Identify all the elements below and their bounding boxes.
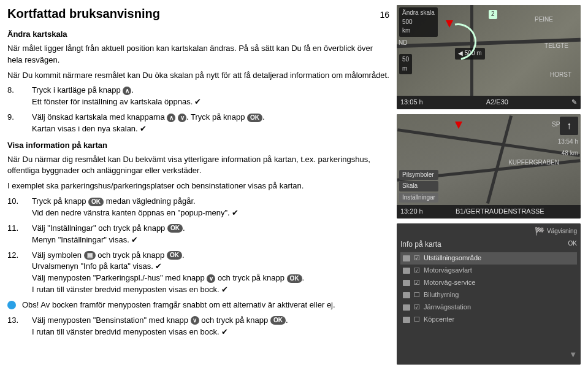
map-screenshot-1: Ändra skala 500 km 50 m ND ◀ 500 m PEINE… [397, 5, 581, 109]
nav-icon: 🏁 [535, 226, 544, 238]
step-confirm: Urvalsmenyn "Info på karta" visas. [32, 261, 162, 271]
intro-paragraph-2: När Du kommit närmare resmålet kan Du ök… [7, 70, 389, 82]
step-number: 11. [7, 223, 25, 246]
poi-icon [403, 280, 410, 286]
symbol-key-icon: ▤ [84, 251, 96, 260]
step-text: . Tryck på knapp [186, 112, 247, 122]
turn-arrow-icon: ↑ [560, 117, 578, 135]
map-screenshot-3: 🏁 Vägvisning Info på karta OK ☑Utställni… [397, 223, 581, 365]
menu-item-label: Utställningsområde [424, 253, 481, 263]
section2-paragraph-2: I exemplet ska parkeringshus/parkeringsp… [7, 180, 389, 192]
popup-item-selected[interactable]: Inställningar [399, 193, 438, 203]
step-text: och tryck på knapp [215, 273, 286, 282]
menu-item[interactable]: ☐Biluthyrning [400, 289, 577, 301]
step-text: och tryck på knapp [96, 250, 167, 260]
page-number: 16 [380, 9, 389, 21]
destination-pin-icon [446, 20, 453, 28]
step-8: 8. Tryck i kartläge på knapp ∧. Ett föns… [7, 85, 389, 108]
step-number: 12. [7, 250, 25, 296]
route-badge: 2 [489, 10, 497, 19]
step-confirm: Ett fönster för inställning av kartskala… [32, 97, 201, 106]
down-key-icon: ∨ [207, 274, 215, 283]
note-row: Obs! Av bocken framför menyposten framgå… [7, 300, 389, 311]
menu-item[interactable]: ☑Motorvägsavfart [400, 265, 577, 277]
step-number: 8. [7, 85, 25, 108]
step-text: . [262, 112, 265, 122]
step-text: . [302, 273, 305, 282]
area-label: KUPFERGRABEN [505, 157, 562, 169]
step-12: 12. Välj symbolen ▤ och tryck på knapp O… [7, 250, 389, 296]
step-text: Välj önskad kartskala med knapparna [32, 112, 167, 122]
step-confirm: Kartan visas i den nya skalan. [32, 124, 147, 133]
side-compass: ND [399, 39, 407, 48]
menu-item-label: Köpcenter [424, 315, 454, 325]
destination-pin-icon [455, 122, 462, 129]
step-text: och tryck på knapp [199, 315, 270, 325]
step-text: Tryck på knapp [32, 196, 88, 206]
ok-key-icon: OK [287, 274, 302, 283]
menu-title: Info på karta [400, 239, 441, 250]
step-text: Välj menyposten "Bensinstation" med knap… [32, 315, 191, 325]
popup-item[interactable]: Pilsymboler [399, 170, 438, 180]
scale-title: Ändra skala [402, 9, 435, 18]
step-text: Tryck i kartläge på knapp [32, 85, 123, 95]
panel-header: Vägvisning [547, 227, 577, 236]
step-9: 9. Välj önskad kartskala med knapparna ∧… [7, 112, 389, 135]
step-text: Välj symbolen [32, 250, 84, 260]
intro-paragraph-1: När målet ligger långt från aktuell posi… [7, 43, 389, 66]
ok-label: OK [568, 239, 577, 250]
step-text: Välj "Inställningar" och tryck på knapp [32, 223, 167, 233]
step-number: 10. [7, 196, 25, 219]
menu-item[interactable]: ☑Utställningsområde [400, 252, 577, 265]
page-title: Kortfattad bruksanvisning [7, 5, 160, 23]
poi-icon [403, 317, 410, 323]
up-key-icon: ∧ [123, 87, 131, 95]
step-text: Välj menyposten "Parkeringspl./-hus" med… [32, 273, 207, 282]
step-text: . [286, 315, 288, 325]
status-route: B1/GERTRAUDENSTRASSE [456, 207, 544, 217]
scale-unit: km [402, 27, 410, 34]
ok-key-icon: OK [247, 114, 262, 122]
note-text: Obs! Av bocken framför menyposten framgå… [22, 300, 335, 311]
up-key-icon: ∧ [167, 114, 175, 122]
poi-icon [403, 292, 410, 298]
city-label: TELGTE [541, 41, 571, 52]
step-number: 13. [7, 315, 25, 338]
step-confirm: Vid den nedre vänstra kanten öppnas en "… [32, 208, 239, 217]
down-key-icon: ∨ [178, 114, 186, 122]
status-time: 13:05 h [400, 98, 423, 107]
menu-item-label: Motorväg-service [424, 278, 475, 288]
step-13: 13. Välj menyposten "Bensinstation" med … [7, 315, 389, 338]
popup-item[interactable]: Skala [399, 181, 438, 192]
menu-item-label: Motorvägsavfart [424, 266, 472, 276]
poi-icon [403, 268, 410, 274]
ok-key-icon: OK [88, 198, 104, 206]
city-label: PEINE [532, 14, 556, 26]
ok-key-icon: OK [270, 316, 286, 325]
status-time: 13:20 h [400, 207, 423, 217]
eta-time: 13:54 h [558, 137, 578, 147]
city-label: HORST [547, 69, 575, 81]
step-text: . [183, 223, 185, 233]
eta-distance: 48 km [562, 149, 578, 158]
menu-item[interactable]: ☐Köpcenter [400, 314, 577, 326]
step-confirm: I rutan till vänster bredvid menyposten … [32, 285, 228, 294]
scale-value-2: 50 [402, 56, 409, 63]
step-number: 9. [7, 112, 25, 135]
scale-value: 500 [402, 18, 413, 25]
scroll-down-icon[interactable]: ▼ [569, 349, 577, 361]
section2-paragraph-1: När Du närmar dig resmålet kan Du bekväm… [7, 154, 389, 177]
menu-item-label: Biluthyrning [424, 290, 459, 300]
write-icon: ✎ [571, 98, 577, 107]
step-confirm: Menyn "Inställningar" visas. [32, 235, 138, 244]
ok-key-icon: OK [167, 224, 183, 233]
step-text: . [131, 85, 134, 95]
step-text: medan vägledning pågår. [104, 196, 196, 206]
map-screenshot-2: SPREE KUPFERGRABEN Pilsymboler Skala Ins… [397, 114, 581, 219]
scale-unit-2: m [402, 65, 407, 72]
menu-item[interactable]: ☑Motorväg-service [400, 277, 577, 289]
poi-icon [403, 255, 410, 261]
menu-item[interactable]: ☑Järnvägsstation [400, 301, 577, 314]
menu-item-label: Järnvägsstation [424, 303, 471, 312]
status-route: A2/E30 [486, 98, 508, 107]
